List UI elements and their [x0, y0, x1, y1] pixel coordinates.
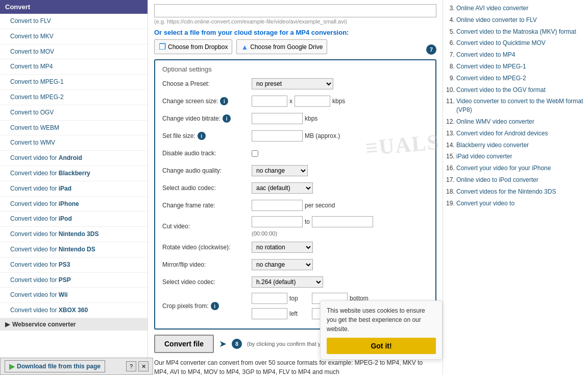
video-codec-control: h.264 (default) — [252, 276, 428, 288]
frame-rate-row: Change frame rate: per second — [162, 199, 428, 212]
help-badge[interactable]: 7 — [426, 44, 436, 55]
right-sidebar-list: Online AVI video converter Online video … — [447, 4, 584, 207]
arrow-icon: ➤ — [219, 338, 227, 349]
download-file-button[interactable]: ▶ Download file from this page — [5, 360, 105, 372]
right-link-11[interactable]: Video converter to convert to the WebM f… — [456, 98, 583, 113]
screen-width-input[interactable] — [252, 96, 287, 107]
video-bitrate-info-icon[interactable]: i — [223, 114, 231, 123]
right-link-12[interactable]: Online WMV video converter — [456, 118, 534, 125]
sidebar-item-wii[interactable]: Convert video for Wii — [0, 288, 148, 303]
screen-size-control: x kbps — [252, 96, 428, 107]
convert-file-button[interactable]: Convert file — [154, 335, 214, 353]
sidebar-item-wmv[interactable]: Convert to WMV — [0, 135, 148, 151]
download-label: Download file from this page — [17, 363, 101, 370]
download-help-button[interactable]: ? — [126, 361, 136, 371]
right-link-15[interactable]: iPad video converter — [456, 153, 512, 160]
sidebar-item-nintendods[interactable]: Convert video for Nintendo DS — [0, 242, 148, 257]
left-sidebar: Convert Convert to FLV Convert to MKV Co… — [0, 0, 148, 375]
pixels-label: kbps — [332, 98, 345, 105]
list-item: Convert video to Quicktime MOV — [456, 39, 584, 48]
list-item: Online video converter to FLV — [456, 16, 584, 25]
frame-rate-label: Change frame rate: — [162, 202, 252, 209]
sidebar-item-mpeg2[interactable]: Convert to MPEG-2 — [0, 90, 148, 105]
right-link-14[interactable]: Blackberry video converter — [456, 142, 529, 149]
list-item: Convert video for Android devices — [456, 129, 584, 138]
sidebar-item-android[interactable]: Convert video for Android — [0, 151, 148, 166]
sidebar-item-nintendo3ds[interactable]: Convert video for Nintendo 3DS — [0, 227, 148, 242]
video-bitrate-label: Change video bitrate: i — [162, 114, 252, 123]
cloud-buttons: ❐ Choose from Dropbox ▲ Choose from Goog… — [154, 39, 327, 54]
sidebar-item-mkv[interactable]: Convert to MKV — [0, 29, 148, 44]
right-link-8[interactable]: Convert video to MPEG-1 — [456, 63, 526, 70]
audio-quality-select[interactable]: no change — [252, 165, 308, 176]
step-badge: 8 — [232, 339, 242, 349]
right-link-18[interactable]: Convert videos for the Nintendo 3DS — [456, 188, 556, 195]
right-link-10[interactable]: Convert video to the OGV format — [456, 86, 546, 93]
cut-start-input[interactable] — [252, 216, 303, 227]
sidebar-item-ps3[interactable]: Convert video for PS3 — [0, 257, 148, 273]
right-link-17[interactable]: Online video to iPod converter — [456, 176, 538, 183]
right-link-9[interactable]: Convert video to MPEG-2 — [456, 75, 526, 82]
download-close-button[interactable]: ✕ — [138, 361, 149, 371]
sidebar-item-mov[interactable]: Convert to MOV — [0, 44, 148, 60]
file-size-control: MB (approx.) — [252, 130, 428, 142]
sidebar-item-blackberry[interactable]: Convert video for Blackberry — [0, 166, 148, 181]
optional-settings-box: Optional settings Choose a Preset: no pr… — [154, 59, 436, 330]
crop-info-icon[interactable]: i — [211, 302, 219, 310]
to-label: to — [305, 218, 310, 225]
right-link-13[interactable]: Convert video for Android devices — [456, 130, 548, 137]
crop-top-input[interactable] — [252, 293, 287, 304]
list-item: Convert video to the OGV format — [456, 86, 584, 95]
right-link-16[interactable]: Convert your video for your iPhone — [456, 165, 551, 172]
sidebar-item-flv[interactable]: Convert to FLV — [0, 14, 148, 29]
sidebar-item-mp4[interactable]: Convert to MP4 — [0, 59, 148, 75]
right-link-5[interactable]: Convert video to the Matroska (MKV) form… — [456, 28, 576, 35]
bottom-description: Our MP4 converter can convert from over … — [154, 358, 436, 375]
video-bitrate-input[interactable] — [252, 113, 303, 124]
url-input[interactable] — [154, 4, 436, 17]
sidebar-item-xbox360[interactable]: Convert video for XBOX 360 — [0, 303, 148, 318]
mirror-row: Mirror/flip video: no change — [162, 258, 428, 271]
screen-height-input[interactable] — [295, 96, 330, 107]
list-item: Convert video to MPEG-1 — [456, 62, 584, 71]
sidebar-item-ipad[interactable]: Convert video for iPad — [0, 181, 148, 197]
dropbox-button[interactable]: ❐ Choose from Dropbox — [154, 39, 232, 54]
frame-rate-input[interactable] — [252, 200, 303, 211]
file-size-info-icon[interactable]: i — [198, 132, 206, 140]
list-item: Online AVI video converter — [456, 4, 584, 13]
list-item: Convert video to MP4 — [456, 51, 584, 59]
crop-left-input[interactable] — [252, 308, 287, 319]
right-link-6[interactable]: Convert video to Quicktime MOV — [456, 39, 546, 46]
file-size-input[interactable] — [252, 130, 303, 142]
mirror-control: no change — [252, 259, 428, 270]
sidebar-item-ogv[interactable]: Convert to OGV — [0, 105, 148, 121]
sidebar-item-iphone[interactable]: Convert video for iPhone — [0, 197, 148, 212]
kbps-label: kbps — [305, 115, 317, 122]
sidebar-webservice[interactable]: ▶ Webservice converter — [0, 318, 148, 331]
right-link-7[interactable]: Convert video to MP4 — [456, 51, 515, 58]
audio-codec-control: aac (default) — [252, 182, 428, 194]
sidebar-item-mpeg1[interactable]: Convert to MPEG-1 — [0, 75, 148, 90]
sidebar-item-webm[interactable]: Convert to WEBM — [0, 121, 148, 136]
sidebar-item-psp[interactable]: Convert video for PSP — [0, 273, 148, 288]
video-codec-select[interactable]: h.264 (default) — [252, 276, 323, 288]
sidebar-item-ipod[interactable]: Convert video for iPod — [0, 212, 148, 227]
x-separator: x — [289, 98, 292, 105]
right-link-3[interactable]: Online AVI video converter — [456, 5, 528, 12]
right-link-19[interactable]: Convert your video to — [456, 200, 514, 207]
crop-label: Crop pixels from: i — [162, 302, 252, 310]
audio-quality-control: no change — [252, 165, 428, 176]
cut-end-input[interactable] — [312, 216, 373, 227]
disable-audio-checkbox[interactable] — [252, 150, 258, 157]
audio-codec-select[interactable]: aac (default) — [252, 182, 313, 194]
right-link-4[interactable]: Online video converter to FLV — [456, 16, 537, 24]
cookie-got-it-button[interactable]: Got it! — [327, 338, 436, 354]
screen-size-info-icon[interactable]: i — [220, 97, 228, 105]
video-codec-label: Select video codec: — [162, 278, 252, 286]
gdrive-button[interactable]: ▲ Choose from Google Drive — [236, 39, 327, 54]
preset-select[interactable]: no preset — [252, 78, 333, 89]
rotate-select[interactable]: no rotation — [252, 242, 313, 253]
mirror-select[interactable]: no change — [252, 259, 313, 270]
chevron-right-icon: ▶ — [5, 321, 10, 328]
sidebar-title: Convert — [0, 0, 148, 14]
